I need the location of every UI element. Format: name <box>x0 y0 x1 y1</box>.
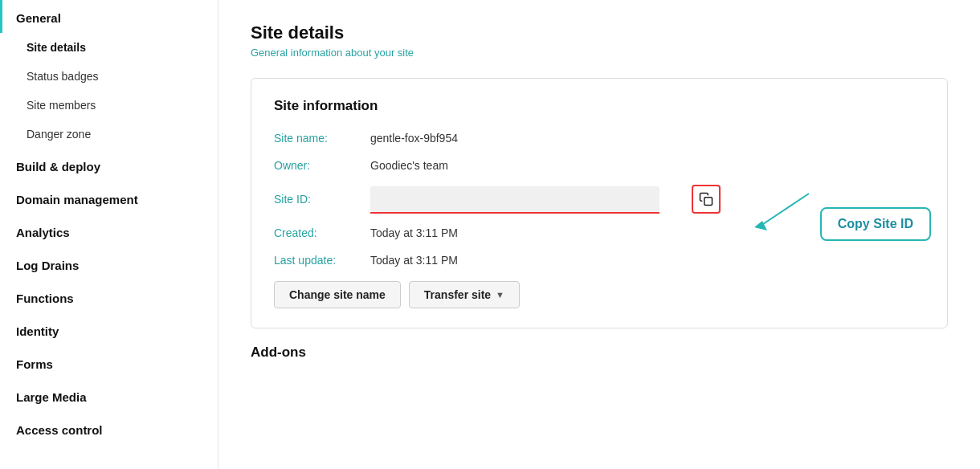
site-information-card: Site information Site name: gentle-fox-9… <box>251 78 948 328</box>
addons-section: Add-ons <box>251 345 948 361</box>
page-title: Site details <box>251 22 948 43</box>
owner-label: Owner: <box>274 159 370 172</box>
sidebar-section-identity[interactable]: Identity <box>0 313 218 346</box>
page-subtitle: General information about your site <box>251 47 948 59</box>
svg-rect-0 <box>704 198 713 206</box>
svg-line-1 <box>761 194 809 226</box>
transfer-chevron-icon: ▼ <box>496 290 504 300</box>
sidebar-section-log-drains[interactable]: Log Drains <box>0 247 218 280</box>
owner-value: Goodiec's team <box>370 159 448 172</box>
site-name-value: gentle-fox-9bf954 <box>370 132 458 145</box>
created-label: Created: <box>274 226 370 239</box>
owner-row: Owner: Goodiec's team <box>274 159 925 172</box>
site-id-label: Site ID: <box>274 193 370 206</box>
site-id-input[interactable] <box>370 186 659 212</box>
sidebar-item-status-badges[interactable]: Status badges <box>0 62 218 91</box>
site-id-underline <box>370 212 659 214</box>
site-name-label: Site name: <box>274 132 370 145</box>
sidebar-section-large-media[interactable]: Large Media <box>0 379 218 412</box>
sidebar: General Site details Status badges Site … <box>0 0 218 469</box>
sidebar-section-build-deploy[interactable]: Build & deploy <box>0 149 218 181</box>
last-update-label: Last update: <box>274 254 370 267</box>
last-update-row: Last update: Today at 3:11 PM <box>274 254 925 267</box>
main-content: Site details General information about y… <box>218 0 980 469</box>
created-value: Today at 3:11 PM <box>370 226 458 239</box>
sidebar-item-danger-zone[interactable]: Danger zone <box>0 120 218 149</box>
change-site-name-button[interactable]: Change site name <box>274 281 401 308</box>
copy-site-id-callout[interactable]: Copy Site ID <box>820 207 931 241</box>
card-title: Site information <box>274 98 925 114</box>
site-name-row: Site name: gentle-fox-9bf954 <box>274 132 925 145</box>
sidebar-section-functions[interactable]: Functions <box>0 280 218 313</box>
sidebar-section-forms[interactable]: Forms <box>0 346 218 379</box>
action-buttons-row: Change site name Transfer site ▼ <box>274 281 925 308</box>
copy-site-id-icon-button[interactable] <box>692 185 721 214</box>
addons-title: Add-ons <box>251 345 948 361</box>
sidebar-section-domain-management[interactable]: Domain management <box>0 181 218 214</box>
site-id-input-wrap <box>370 186 659 212</box>
sidebar-item-site-members[interactable]: Site members <box>0 91 218 120</box>
sidebar-section-analytics[interactable]: Analytics <box>0 214 218 247</box>
sidebar-item-site-details[interactable]: Site details <box>0 33 218 62</box>
sidebar-section-access-control[interactable]: Access control <box>0 412 218 445</box>
sidebar-section-general[interactable]: General <box>0 0 218 33</box>
clipboard-icon <box>699 192 713 206</box>
last-update-value: Today at 3:11 PM <box>370 254 458 267</box>
transfer-site-button[interactable]: Transfer site ▼ <box>409 281 520 308</box>
